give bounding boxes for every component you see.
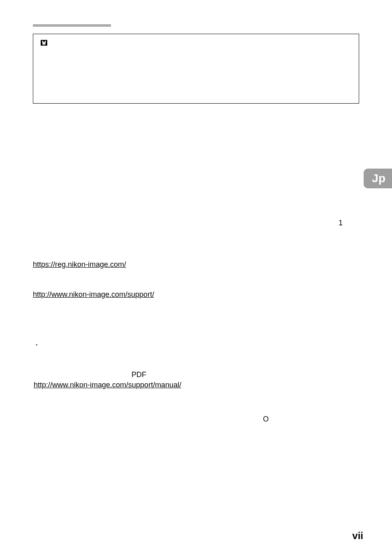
page-number: vii [352, 530, 363, 542]
manual-link[interactable]: http://www.nikon-image.com/support/manua… [34, 381, 181, 389]
heading-underline-thick [33, 25, 111, 25]
register-link[interactable]: https://reg.nikon-image.com/ [33, 260, 359, 269]
support-link[interactable]: http://www.nikon-image.com/support/ [33, 290, 359, 299]
links-section: https://reg.nikon-image.com/ http://www.… [33, 260, 359, 299]
heading-underline-thin [33, 26, 111, 26]
info-box [33, 34, 359, 104]
pdf-label: PDF [131, 370, 359, 379]
language-tab[interactable]: Jp [364, 169, 392, 188]
circle-marker: O [173, 415, 359, 424]
bullet-point: ・ [33, 340, 41, 350]
page-reference-number: 1 [33, 219, 359, 227]
alert-icon [40, 39, 49, 47]
bullet-row: ・ [33, 340, 359, 350]
